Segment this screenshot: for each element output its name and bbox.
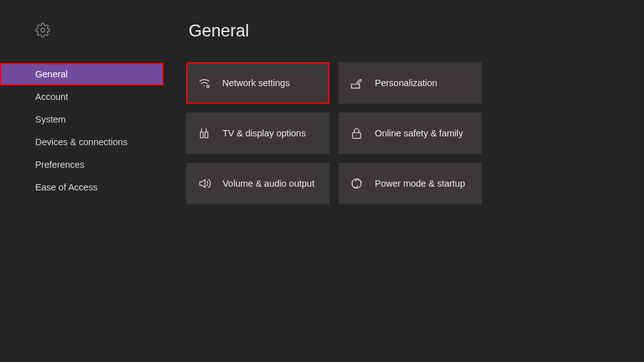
- main-panel: General Network settings Personalization…: [164, 0, 644, 362]
- tile-grid: Network settings Personalization TV & di…: [186, 62, 619, 204]
- tile-personalization[interactable]: Personalization: [338, 62, 482, 104]
- gear-icon: [35, 29, 50, 40]
- sidebar-item-label: System: [35, 114, 65, 124]
- tile-label: Power mode & startup: [375, 178, 465, 189]
- sidebar-item-label: Ease of Access: [35, 182, 97, 192]
- sidebar-item-account[interactable]: Account: [0, 85, 164, 108]
- personalize-icon: [350, 76, 364, 90]
- sidebar-item-devices[interactable]: Devices & connections: [0, 131, 164, 153]
- tile-label: Volume & audio output: [223, 178, 314, 189]
- lock-icon: [350, 126, 364, 140]
- sidebar: General Account System Devices & connect…: [0, 0, 164, 362]
- tile-volume-audio[interactable]: Volume & audio output: [186, 163, 330, 204]
- tile-tv-display[interactable]: TV & display options: [186, 112, 330, 154]
- svg-rect-3: [352, 84, 360, 88]
- svg-point-2: [206, 85, 209, 88]
- tile-network-settings[interactable]: Network settings: [186, 62, 330, 104]
- svg-point-0: [41, 28, 45, 32]
- sidebar-item-ease-of-access[interactable]: Ease of Access: [0, 176, 164, 199]
- display-icon: [197, 126, 211, 140]
- sidebar-item-system[interactable]: System: [0, 108, 164, 131]
- tile-online-safety[interactable]: Online safety & family: [338, 112, 482, 154]
- power-icon: [350, 177, 364, 190]
- tile-label: TV & display options: [223, 128, 306, 138]
- network-icon: [197, 76, 211, 90]
- tile-label: Network settings: [223, 78, 290, 88]
- svg-point-1: [204, 85, 205, 87]
- sidebar-item-label: Preferences: [35, 160, 84, 170]
- settings-app: General Account System Devices & connect…: [0, 0, 644, 362]
- sidebar-item-label: Account: [35, 92, 68, 102]
- tile-label: Online safety & family: [375, 128, 463, 138]
- sidebar-item-label: Devices & connections: [35, 137, 128, 147]
- volume-icon: [197, 177, 211, 190]
- tile-label: Personalization: [375, 78, 437, 88]
- settings-gear[interactable]: [0, 23, 164, 40]
- sidebar-item-general[interactable]: General: [0, 63, 164, 85]
- page-title: General: [189, 21, 619, 41]
- svg-rect-4: [353, 133, 361, 138]
- sidebar-item-preferences[interactable]: Preferences: [0, 153, 164, 176]
- sidebar-item-label: General: [35, 69, 68, 79]
- tile-power-mode[interactable]: Power mode & startup: [338, 163, 482, 204]
